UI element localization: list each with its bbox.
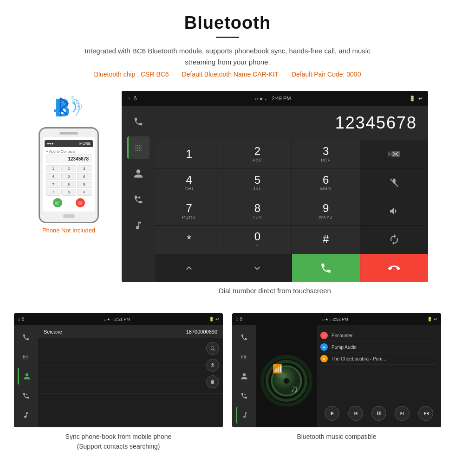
main-statusbar: ⌂ ♁ ⌕ ★ ▾ 2:49 PM 🔋 ↩ <box>122 91 428 106</box>
music-sidebar-phone[interactable] <box>236 329 253 346</box>
phone-key-0[interactable]: 0 <box>61 189 76 196</box>
music-sidebar-music[interactable] <box>236 407 253 424</box>
music-statusbar: ⌂ ♁ ⌕ ★ ▾ 2:52 PM 🔋 ↩ <box>232 313 441 325</box>
contacts-sidebar-dialpad[interactable] <box>18 348 34 365</box>
phone-speaker <box>59 132 78 135</box>
import-contacts-button[interactable] <box>206 359 219 372</box>
key-star[interactable]: * <box>155 225 223 253</box>
phone-key-8[interactable]: 8 <box>61 181 76 188</box>
phone-screen: ●●● MORE + Add to Contacts 12345678 1 2 … <box>43 137 95 212</box>
pause-button[interactable] <box>371 406 386 421</box>
key-nav-down[interactable] <box>223 254 291 282</box>
key-0[interactable]: 0 + <box>223 225 291 253</box>
sidebar-contacts-icon[interactable] <box>127 162 150 185</box>
key-mute[interactable] <box>360 168 428 196</box>
contacts-sidebar-contacts[interactable] <box>18 368 34 385</box>
phone-key-4[interactable]: 4 <box>46 173 60 180</box>
music-sidebar-dialpad[interactable] <box>236 348 253 365</box>
key-4[interactable]: 4 GHI <box>155 168 223 196</box>
key-backspace[interactable] <box>360 140 428 168</box>
page-header: Bluetooth Integrated with BC6 Bluetooth … <box>0 0 455 91</box>
key-swap[interactable] <box>360 225 428 253</box>
track-1-icon: ♪ <box>320 332 328 339</box>
sidebar-phone-icon[interactable] <box>127 110 150 133</box>
phone-key-1[interactable]: 1 <box>46 165 60 172</box>
phone-key-star[interactable]: * <box>46 189 60 196</box>
sidebar-calllog-icon[interactable] <box>127 188 150 211</box>
phone-home-button[interactable] <box>63 214 75 218</box>
key-call[interactable] <box>292 254 360 282</box>
key-nav-up[interactable] <box>155 254 223 282</box>
main-screen-caption: Dial number direct from touchscreen <box>219 287 331 295</box>
battery-icon: 🔋 <box>409 96 416 102</box>
contacts-statusbar-center: ⌕ ★ ▾ 2:51 PM <box>104 317 130 322</box>
next-button[interactable] <box>395 406 410 421</box>
phone-bottom-buttons: ☏ ☏ <box>46 198 91 207</box>
contacts-body: Seicane 18700000690 <box>14 325 223 427</box>
phone-key-6[interactable]: 6 <box>77 173 91 180</box>
key-2[interactable]: 2 ABC <box>223 140 291 168</box>
sidebar-dialpad-icon[interactable] <box>127 136 150 159</box>
music-sidebar-calllog[interactable] <box>236 387 253 404</box>
phone-key-9[interactable]: 9 <box>77 181 91 188</box>
phone-end-button[interactable]: ☏ <box>76 198 85 207</box>
phone-call-button[interactable]: ☏ <box>53 198 62 207</box>
svg-point-10 <box>211 347 214 350</box>
key-8[interactable]: 8 TUV <box>223 197 291 225</box>
key-5[interactable]: 5 JKL <box>223 168 291 196</box>
back-icon: ↩ <box>418 96 422 102</box>
music-track-1: ♪ Encounter <box>320 330 437 341</box>
phone-key-3[interactable]: 3 <box>77 165 91 172</box>
phone-number-display: 12345678 <box>46 154 91 163</box>
phone-key-5[interactable]: 5 <box>61 173 76 180</box>
music-track-3: ● The Cheebacabra - Pum... <box>320 353 437 365</box>
svg-text:♫: ♫ <box>290 383 298 395</box>
contacts-sidebar-music[interactable] <box>18 407 34 424</box>
contacts-list-area <box>38 338 223 399</box>
music-art-area: 📶 ♫ <box>256 325 317 427</box>
dialer-main: 12345678 1 2 ABC 3 DEF <box>155 106 428 282</box>
phone-illustration: ✱ Ƀ ⦿ ⦿ ⦿ <box>27 91 110 234</box>
phone-key-hash[interactable]: # <box>77 189 91 196</box>
phone-key-2[interactable]: 2 <box>61 165 76 172</box>
key-3[interactable]: 3 DEF <box>292 140 360 168</box>
track-3-name: The Cheebacabra - Pum... <box>332 356 386 361</box>
key-hash[interactable]: # <box>292 225 360 253</box>
play-button[interactable] <box>325 406 339 421</box>
key-7[interactable]: 7 PQRS <box>155 197 223 225</box>
key-9[interactable]: 9 WXYZ <box>292 197 360 225</box>
location-icon: ⌕ <box>255 96 258 101</box>
contact-number: 18700000690 <box>186 329 217 334</box>
dialer-sidebar <box>122 106 155 282</box>
music-album-art: 📶 ♫ <box>259 346 314 406</box>
sidebar-music-icon[interactable] <box>127 214 150 237</box>
music-statusbar-center: ⌕ ★ ▾ 2:52 PM <box>322 317 348 322</box>
contact-name: Seicane <box>44 329 62 334</box>
key-speaker[interactable] <box>360 197 428 225</box>
search-contacts-button[interactable] <box>206 342 219 355</box>
contacts-sidebar-calllog[interactable] <box>18 387 34 404</box>
page-title: Bluetooth <box>0 13 455 33</box>
delete-contacts-button[interactable] <box>206 375 219 388</box>
track-1-name: Encounter <box>332 333 353 338</box>
music-controls <box>320 402 437 423</box>
music-sidebar-contacts[interactable] <box>236 368 253 385</box>
svg-point-18 <box>284 378 289 384</box>
car-screen-main: ⌂ ♁ ⌕ ★ ▾ 2:49 PM 🔋 ↩ <box>122 91 428 282</box>
skip-button[interactable] <box>418 406 433 421</box>
contacts-screen-item: ⌂ ♁ ⌕ ★ ▾ 2:51 PM 🔋 ↩ <box>14 313 223 451</box>
contacts-action-buttons <box>206 342 219 388</box>
home-icon: ⌂ <box>127 96 130 101</box>
key-end-call[interactable] <box>360 254 428 282</box>
key-6[interactable]: 6 MNO <box>292 168 360 196</box>
phone-key-7[interactable]: 7 <box>46 181 60 188</box>
contacts-sidebar <box>14 325 38 427</box>
music-track-list: ♪ Encounter ● Pump Audio ● The Cheebacab… <box>320 330 437 402</box>
prev-button[interactable] <box>348 406 363 421</box>
music-body: 📶 ♫ ♪ Encounter ● <box>232 325 441 427</box>
main-section: ✱ Ƀ ⦿ ⦿ ⦿ <box>0 91 455 313</box>
add-contacts-label: + Add to Contacts <box>46 148 91 154</box>
contacts-sidebar-phone[interactable] <box>18 329 34 346</box>
contacts-statusbar-left: ⌂ ♁ <box>18 317 25 322</box>
key-1[interactable]: 1 <box>155 140 223 168</box>
